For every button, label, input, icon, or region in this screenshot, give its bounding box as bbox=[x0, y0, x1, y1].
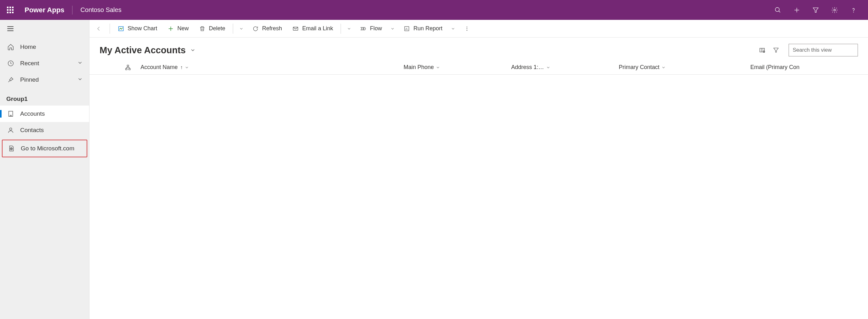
report-icon bbox=[403, 25, 410, 32]
column-primary-contact[interactable]: Primary Contact bbox=[619, 64, 750, 70]
column-account-name[interactable]: Account Name ↑ bbox=[137, 64, 404, 70]
help-icon[interactable] bbox=[844, 2, 863, 18]
nav-label: Recent bbox=[20, 60, 39, 67]
plus-icon bbox=[167, 25, 174, 32]
divider bbox=[341, 24, 341, 34]
command-bar: Show Chart New Delete Refresh Email a Li… bbox=[90, 20, 868, 37]
add-icon[interactable] bbox=[787, 2, 806, 18]
svg-point-6 bbox=[854, 12, 854, 12]
sidebar-item-pinned[interactable]: Pinned bbox=[0, 71, 89, 88]
search-view bbox=[788, 44, 858, 56]
divider bbox=[72, 6, 72, 14]
mail-icon bbox=[292, 25, 299, 32]
svg-rect-32 bbox=[760, 48, 765, 52]
sidebar-item-home[interactable]: Home bbox=[0, 39, 89, 55]
svg-marker-4 bbox=[813, 7, 818, 12]
filter-button[interactable] bbox=[770, 44, 782, 56]
edit-columns-button[interactable] bbox=[756, 44, 769, 56]
svg-rect-16 bbox=[10, 115, 11, 117]
sidebar-group-label: Group1 bbox=[0, 88, 89, 106]
pin-icon bbox=[6, 75, 15, 84]
nav-label: Pinned bbox=[20, 76, 39, 83]
svg-marker-36 bbox=[774, 48, 778, 52]
svg-rect-38 bbox=[126, 68, 127, 70]
column-email[interactable]: Email (Primary Con bbox=[750, 64, 858, 70]
chevron-down-icon bbox=[436, 65, 440, 70]
nav-label: Contacts bbox=[20, 127, 44, 134]
column-label: Main Phone bbox=[404, 64, 434, 70]
clock-icon bbox=[6, 59, 15, 68]
app-title[interactable]: Power Apps bbox=[25, 6, 64, 14]
gear-icon[interactable] bbox=[825, 2, 844, 18]
email-split-button[interactable] bbox=[343, 22, 355, 35]
svg-point-29 bbox=[467, 27, 467, 27]
nav-label: Home bbox=[20, 44, 36, 51]
report-split-button[interactable] bbox=[447, 22, 459, 35]
column-label: Address 1:… bbox=[511, 64, 544, 70]
sidebar: Home Recent Pinned Group1 Accounts Conta… bbox=[0, 20, 90, 319]
trash-icon bbox=[199, 25, 206, 32]
person-icon bbox=[6, 126, 15, 135]
delete-button[interactable]: Delete bbox=[194, 22, 230, 35]
filter-icon[interactable] bbox=[806, 2, 825, 18]
column-main-phone[interactable]: Main Phone bbox=[404, 64, 512, 70]
chevron-down-icon bbox=[185, 65, 189, 70]
column-address1[interactable]: Address 1:… bbox=[511, 64, 619, 70]
svg-line-1 bbox=[779, 11, 780, 12]
flow-icon bbox=[360, 25, 367, 32]
svg-point-31 bbox=[467, 30, 467, 31]
main-area: Show Chart New Delete Refresh Email a Li… bbox=[90, 20, 868, 319]
view-selector[interactable]: My Active Accounts bbox=[99, 45, 196, 56]
sort-asc-icon: ↑ bbox=[180, 65, 183, 70]
chevron-down-icon bbox=[190, 47, 196, 53]
nav-label: Accounts bbox=[20, 110, 45, 117]
building-icon bbox=[6, 109, 15, 118]
globe-file-icon bbox=[7, 144, 16, 153]
svg-rect-39 bbox=[129, 68, 130, 70]
svg-rect-37 bbox=[127, 65, 129, 66]
home-icon bbox=[6, 42, 15, 51]
view-header: My Active Accounts bbox=[90, 37, 868, 60]
cmd-label: Flow bbox=[370, 25, 382, 32]
column-label: Account Name bbox=[141, 64, 178, 70]
column-label: Primary Contact bbox=[619, 64, 659, 70]
flow-split-button[interactable] bbox=[387, 22, 398, 35]
chevron-down-icon bbox=[546, 65, 550, 70]
show-chart-button[interactable]: Show Chart bbox=[113, 22, 162, 35]
svg-rect-11 bbox=[9, 111, 13, 117]
svg-point-5 bbox=[834, 9, 836, 11]
svg-point-0 bbox=[775, 7, 779, 11]
chevron-down-icon bbox=[661, 65, 666, 70]
back-button[interactable] bbox=[93, 23, 104, 34]
view-title-text: My Active Accounts bbox=[99, 45, 186, 56]
divider bbox=[110, 24, 110, 34]
waffle-icon[interactable] bbox=[5, 5, 15, 15]
svg-point-17 bbox=[9, 128, 12, 130]
cmd-label: Email a Link bbox=[302, 25, 333, 32]
more-commands-button[interactable] bbox=[461, 22, 473, 35]
sidebar-item-go-to-microsoft[interactable]: Go to Microsoft.com bbox=[2, 140, 87, 157]
svg-point-30 bbox=[467, 28, 467, 29]
sidebar-item-contacts[interactable]: Contacts bbox=[0, 122, 89, 138]
sidebar-item-accounts[interactable]: Accounts bbox=[0, 106, 89, 122]
environment-name[interactable]: Contoso Sales bbox=[80, 6, 121, 13]
search-input[interactable] bbox=[788, 44, 858, 56]
cmd-label: New bbox=[177, 25, 189, 32]
new-button[interactable]: New bbox=[162, 22, 194, 35]
refresh-button[interactable]: Refresh bbox=[247, 22, 287, 35]
hamburger-icon[interactable] bbox=[6, 25, 14, 34]
cmd-label: Delete bbox=[209, 25, 225, 32]
chevron-down-icon bbox=[77, 76, 83, 84]
cmd-label: Run Report bbox=[413, 25, 442, 32]
email-link-button[interactable]: Email a Link bbox=[287, 22, 338, 35]
hierarchy-icon[interactable] bbox=[119, 64, 137, 70]
search-icon[interactable] bbox=[769, 2, 787, 18]
cmd-label: Refresh bbox=[262, 25, 282, 32]
refresh-icon bbox=[252, 25, 259, 32]
sidebar-item-recent[interactable]: Recent bbox=[0, 55, 89, 71]
column-label: Email (Primary Con bbox=[750, 64, 799, 70]
run-report-button[interactable]: Run Report bbox=[398, 22, 447, 35]
flow-button[interactable]: Flow bbox=[355, 22, 387, 35]
delete-split-button[interactable] bbox=[236, 22, 247, 35]
app-header: Power Apps Contoso Sales bbox=[0, 0, 868, 20]
